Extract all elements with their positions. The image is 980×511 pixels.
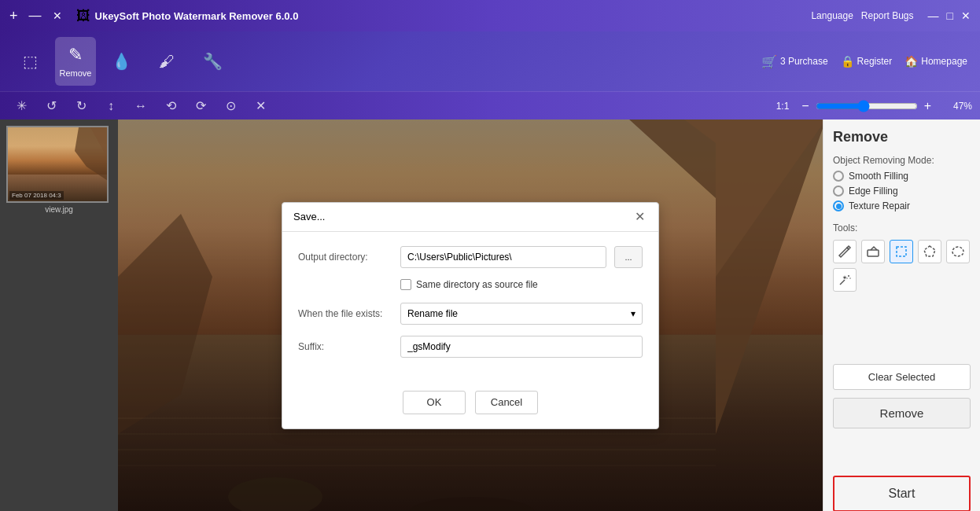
maximize-btn[interactable]: □ bbox=[947, 9, 953, 22]
wand-tool-btn[interactable] bbox=[833, 268, 857, 292]
remove-tool-label: Remove bbox=[60, 68, 92, 78]
svg-point-15 bbox=[846, 278, 847, 278]
redo-btn[interactable]: ⟳ bbox=[187, 94, 214, 118]
edge-filling-radio[interactable]: Edge Filling bbox=[833, 186, 971, 197]
dialog-ok-btn[interactable]: OK bbox=[403, 391, 466, 414]
smooth-filling-radio[interactable]: Smooth Filling bbox=[833, 171, 971, 182]
zoom-plus-btn[interactable]: + bbox=[921, 99, 934, 113]
texture-repair-radio[interactable]: Texture Repair bbox=[833, 200, 971, 211]
language-link[interactable]: Language bbox=[811, 10, 853, 21]
zoom-slider[interactable] bbox=[816, 100, 918, 112]
svg-point-13 bbox=[848, 275, 849, 277]
eraser-icon bbox=[866, 244, 880, 259]
svg-marker-12 bbox=[924, 246, 935, 256]
start-btn[interactable]: Start bbox=[833, 476, 971, 511]
app-icon: 🖼 bbox=[76, 8, 90, 24]
droplet-tool-btn[interactable]: 💧 bbox=[101, 37, 142, 86]
reset-btn[interactable]: ⊙ bbox=[217, 94, 244, 118]
edge-filling-label: Edge Filling bbox=[849, 186, 898, 197]
mode-section-label: Object Removing Mode: bbox=[833, 155, 971, 166]
register-label: Register bbox=[857, 56, 893, 67]
register-link[interactable]: 🔒 Register bbox=[841, 55, 893, 68]
thumbnail-image: Feb 07 2018 04:3 bbox=[6, 126, 109, 203]
file-exists-dropdown[interactable]: Rename file ▾ bbox=[400, 303, 643, 325]
flip-v-btn[interactable]: ↕ bbox=[98, 94, 124, 118]
svg-rect-10 bbox=[868, 250, 879, 256]
dialog-footer: OK Cancel bbox=[282, 383, 658, 428]
dialog-body: Output directory: ... Same directory as … bbox=[282, 232, 658, 383]
lasso-icon bbox=[951, 244, 965, 259]
flip-h-btn[interactable]: ↔ bbox=[127, 94, 154, 118]
minimize-btn[interactable]: — bbox=[928, 9, 939, 22]
texture-repair-label: Texture Repair bbox=[849, 200, 910, 211]
sparkle-tool-btn[interactable]: ✳ bbox=[8, 94, 35, 118]
homepage-label: Homepage bbox=[921, 56, 967, 67]
pen-tool-small-btn[interactable] bbox=[833, 240, 857, 263]
browse-btn[interactable]: ... bbox=[614, 246, 643, 268]
remove-btn[interactable]: Remove bbox=[833, 398, 971, 428]
dialog-cancel-btn[interactable]: Cancel bbox=[475, 391, 538, 414]
rotate-cw2-btn[interactable]: ↻ bbox=[68, 94, 94, 118]
pen-icon bbox=[838, 244, 852, 259]
svg-rect-11 bbox=[897, 247, 906, 256]
wand-icon bbox=[838, 273, 852, 287]
tools-row bbox=[833, 240, 971, 292]
rect-select-icon bbox=[894, 244, 908, 259]
titlebar-close-btn[interactable]: ✕ bbox=[961, 9, 971, 22]
undo-btn[interactable]: ⟲ bbox=[157, 94, 184, 118]
dialog-overlay: Save... ✕ Output directory: ... bbox=[118, 119, 823, 511]
output-dir-label: Output directory: bbox=[298, 252, 392, 263]
droplet-icon: 💧 bbox=[112, 52, 131, 71]
file-exists-value: Rename file bbox=[407, 308, 458, 319]
smooth-filling-label: Smooth Filling bbox=[849, 171, 908, 182]
dropdown-arrow-icon: ▾ bbox=[631, 308, 636, 319]
editing-toolbar: ✳ ↺ ↻ ↕ ↔ ⟲ ⟳ ⊙ ✕ 1:1 − + 47% bbox=[0, 91, 980, 119]
right-panel: Remove Object Removing Mode: Smooth Fill… bbox=[823, 119, 980, 511]
homepage-link[interactable]: 🏠 Homepage bbox=[904, 55, 967, 68]
zoom-percent-label: 47% bbox=[944, 101, 972, 112]
same-dir-checkbox[interactable] bbox=[400, 279, 411, 290]
panel-title: Remove bbox=[833, 129, 971, 145]
window-close-btn[interactable]: ✕ bbox=[53, 9, 62, 22]
purchase-label: 3 Purchase bbox=[780, 56, 828, 67]
wrench-tool-btn[interactable]: 🔧 bbox=[192, 37, 233, 86]
brush-tool-btn[interactable]: 🖌 bbox=[146, 37, 187, 86]
polygon-select-icon bbox=[923, 244, 937, 259]
dialog-title: Save... bbox=[293, 211, 325, 222]
suffix-label: Suffix: bbox=[298, 341, 392, 352]
purchase-link[interactable]: 🛒 3 Purchase bbox=[761, 54, 828, 69]
canvas-area[interactable]: Save... ✕ Output directory: ... bbox=[118, 119, 823, 511]
remove-tool-btn[interactable]: ✎ Remove bbox=[55, 37, 96, 86]
same-dir-label: Same directory as source file bbox=[416, 279, 538, 290]
clear-selected-btn[interactable]: Clear Selected bbox=[833, 364, 971, 390]
rect-select-tool-btn[interactable] bbox=[890, 240, 913, 263]
crop-icon: ⬚ bbox=[23, 52, 38, 71]
home-icon: 🏠 bbox=[904, 55, 918, 68]
suffix-input[interactable] bbox=[400, 336, 643, 358]
thumbnail-item[interactable]: Feb 07 2018 04:3 view.jpg bbox=[6, 126, 112, 214]
polygon-select-tool-btn[interactable] bbox=[918, 240, 941, 263]
tools-section-label: Tools: bbox=[833, 222, 971, 233]
window-add-btn[interactable]: + bbox=[9, 8, 18, 24]
texture-radio-circle bbox=[833, 200, 844, 211]
output-dir-input[interactable] bbox=[400, 246, 606, 268]
zoom-minus-btn[interactable]: − bbox=[798, 99, 812, 113]
dialog-close-btn[interactable]: ✕ bbox=[632, 209, 647, 225]
window-minimize-btn[interactable]: — bbox=[29, 9, 42, 23]
rotate-ccw2-btn[interactable]: ↺ bbox=[38, 94, 64, 118]
svg-point-14 bbox=[849, 278, 850, 278]
crop-tool-btn[interactable]: ⬚ bbox=[9, 37, 50, 86]
save-dialog: Save... ✕ Output directory: ... bbox=[282, 202, 659, 429]
edge-radio-circle bbox=[833, 186, 844, 197]
brush-icon: 🖌 bbox=[159, 53, 175, 71]
clear-btn-toolbar[interactable]: ✕ bbox=[247, 94, 274, 118]
eraser-tool-small-btn[interactable] bbox=[861, 240, 885, 263]
dialog-header: Save... ✕ bbox=[282, 203, 658, 232]
thumb-date: Feb 07 2018 04:3 bbox=[9, 191, 64, 200]
image-sidebar: Feb 07 2018 04:3 view.jpg bbox=[0, 119, 118, 511]
remove-icon: ✎ bbox=[68, 45, 83, 65]
mode-radio-group: Smooth Filling Edge Filling Texture Repa… bbox=[833, 171, 971, 211]
report-bugs-link[interactable]: Report Bugs bbox=[861, 10, 914, 21]
lasso-tool-btn[interactable] bbox=[946, 240, 970, 263]
title-bar: + — ✕ 🖼 UkeySoft Photo Watermark Remover… bbox=[0, 0, 980, 31]
